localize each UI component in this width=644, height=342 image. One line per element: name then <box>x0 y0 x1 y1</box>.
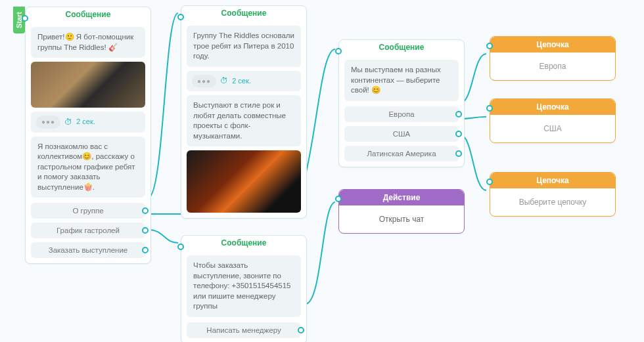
image-block <box>31 62 145 108</box>
input-port[interactable] <box>335 48 342 54</box>
node-header: Цепочка <box>490 37 615 53</box>
message-node-3[interactable]: Сообщение Мы выступаем на разных контине… <box>338 39 465 167</box>
node-header: Цепочка <box>490 99 615 115</box>
chain-node-usa[interactable]: Цепочка США <box>490 98 616 143</box>
delay-block: ●●● ⏱ 2 сек. <box>187 71 301 92</box>
node-header: Цепочка <box>490 173 615 188</box>
text-block: Привет!🙂 Я бот-помощник группы The Riddl… <box>31 27 145 58</box>
input-port[interactable] <box>486 105 493 112</box>
action-node[interactable]: Действие Открыть чат <box>338 189 465 234</box>
option-write-manager[interactable]: Написать менеджеру <box>187 322 301 338</box>
node-header: Сообщение <box>339 40 464 56</box>
chain-node-select[interactable]: Цепочка Выберите цепочку <box>490 172 616 217</box>
message-node-1[interactable]: Сообщение Привет!🙂 Я бот-помощник группы… <box>25 7 151 264</box>
message-node-2[interactable]: Сообщение Группу The Riddles основали тр… <box>181 5 307 219</box>
delay-block: ●●● ⏱ 2 сек. <box>31 112 145 133</box>
input-port[interactable] <box>486 43 493 49</box>
image-block <box>187 150 301 213</box>
output-port[interactable] <box>455 150 462 157</box>
input-port[interactable] <box>177 244 184 250</box>
output-port[interactable] <box>455 131 462 137</box>
input-port[interactable] <box>22 15 28 22</box>
chain-body: Выберите цепочку <box>490 188 615 216</box>
output-port[interactable] <box>142 227 149 234</box>
clock-icon: ⏱ <box>64 117 72 127</box>
option-usa[interactable]: США <box>344 126 459 142</box>
node-header: Сообщение <box>181 6 306 22</box>
chain-node-europe[interactable]: Цепочка Европа <box>490 36 616 81</box>
chain-body: США <box>490 115 615 142</box>
option-europe[interactable]: Европа <box>344 106 459 122</box>
action-body: Открыть чат <box>339 205 464 233</box>
flow-canvas[interactable]: Start Сообщение Привет!🙂 Я бот-помощник … <box>0 0 644 342</box>
input-port[interactable] <box>335 196 342 202</box>
input-port[interactable] <box>177 14 184 20</box>
text-block: Выступают в стиле рок и любят делать сов… <box>187 95 301 146</box>
option-label: График гастролей <box>57 226 120 234</box>
option-latam[interactable]: Латинская Америка <box>344 146 459 161</box>
text-block: Чтобы заказать выступление, звоните по т… <box>187 255 301 317</box>
typing-dots-icon: ●●● <box>192 75 216 88</box>
option-schedule[interactable]: График гастролей <box>31 223 145 238</box>
option-label: Европа <box>388 110 414 118</box>
option-about[interactable]: О группе <box>31 203 145 219</box>
output-port[interactable] <box>142 207 149 214</box>
option-label: Написать менеджеру <box>206 326 281 334</box>
chain-body: Европа <box>490 53 615 80</box>
message-node-4[interactable]: Сообщение Чтобы заказать выступление, зв… <box>181 235 307 342</box>
node-header: Сообщение <box>181 236 306 251</box>
text-block: Я познакомлю вас с коллективом😊, расскаж… <box>31 137 145 198</box>
option-label: Латинская Америка <box>367 150 436 158</box>
option-label: США <box>393 130 411 138</box>
text-block: Мы выступаем на разных континентах — выб… <box>344 60 459 101</box>
typing-dots-icon: ●●● <box>36 116 60 129</box>
node-header: Действие <box>339 190 464 205</box>
option-label: О группе <box>72 207 103 215</box>
output-port[interactable] <box>142 247 149 253</box>
node-header: Сообщение <box>26 7 150 23</box>
option-label: Заказать выступление <box>49 246 128 254</box>
input-port[interactable] <box>486 179 493 185</box>
output-port[interactable] <box>298 327 304 333</box>
clock-icon: ⏱ <box>220 75 228 86</box>
delay-label: 2 сек. <box>76 117 95 127</box>
option-book[interactable]: Заказать выступление <box>31 242 145 258</box>
text-block: Группу The Riddles основали трое ребят и… <box>187 26 301 67</box>
delay-label: 2 сек. <box>232 76 251 86</box>
output-port[interactable] <box>455 111 462 118</box>
